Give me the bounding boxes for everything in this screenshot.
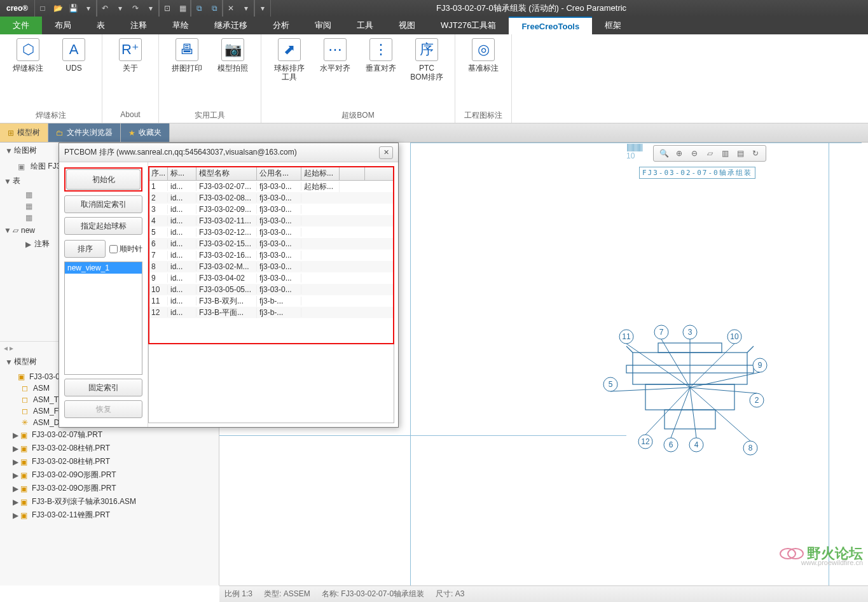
part-icon: ▣ — [20, 444, 29, 453]
svg-text:8: 8 — [748, 444, 753, 452]
table-row[interactable]: 6id...FJ3-03-02-15...fj3-03-0... — [149, 238, 394, 249]
redo-icon[interactable]: ↷ — [128, 0, 143, 17]
ribbon-icon: ⋮ — [369, 38, 392, 61]
sort-button[interactable]: 排序 — [64, 240, 106, 258]
tree-icon: ⊞ — [8, 129, 14, 137]
table-header[interactable]: 起始标... — [301, 167, 340, 180]
model-tree-item[interactable]: ▶▣FJ3-03-02-09O形圈.PRT — [4, 482, 215, 495]
model-tree-item[interactable]: ▶▣FJ3-03-02-09O形圈.PRT — [4, 468, 215, 482]
status-size: 尺寸: A3 — [436, 589, 464, 599]
status-type: 类型: ASSEM — [264, 589, 310, 599]
display-icon[interactable]: ▤ — [733, 146, 747, 160]
regen-icon[interactable]: ⊡ — [160, 0, 175, 17]
ribbon-button[interactable]: 📷模型拍照 — [214, 38, 252, 73]
close-icon[interactable]: ✕ — [223, 0, 238, 17]
table-header[interactable]: 公用名... — [257, 167, 301, 180]
ribbon-button[interactable]: 序PTCBOM排序 — [408, 38, 446, 81]
sheet-icon[interactable]: ▱ — [703, 146, 717, 160]
ribbon-tabs: 文件 布局 表 注释 草绘 继承迁移 分析 审阅 工具 视图 WJT276工具箱… — [0, 17, 868, 34]
part-icon: ✳ — [22, 418, 31, 427]
view-list[interactable]: new_view_1 — [64, 262, 142, 375]
refresh-icon[interactable]: ↻ — [748, 146, 762, 160]
tab-tools[interactable]: 工具 — [344, 17, 386, 34]
table-row[interactable]: 3id...FJ3-03-02-09...fj3-03-0... — [149, 204, 394, 215]
window-icon[interactable]: ⧉ — [191, 0, 207, 17]
tab-inherit[interactable]: 继承迁移 — [202, 17, 260, 34]
table-row[interactable]: 2id...FJ3-03-02-08...fj3-03-0... — [149, 192, 394, 204]
model-tree-item[interactable]: ▶▣FJ3-03-02-08柱销.PRT — [4, 455, 215, 468]
ribbon-button[interactable]: ⬡焊缝标注 — [9, 38, 47, 73]
ribbon-button[interactable]: AUDS — [55, 38, 93, 73]
dialog-close-button[interactable]: ✕ — [379, 146, 393, 159]
tab-table[interactable]: 表 — [84, 17, 118, 34]
table-header[interactable]: 模型名称 — [196, 167, 257, 180]
tab-frame[interactable]: 框架 — [592, 17, 634, 34]
ribbon-button[interactable]: ◎基准标注 — [464, 38, 502, 73]
zoom-fit-icon[interactable]: 🔍 — [657, 146, 671, 160]
part-icon: ◻ — [22, 384, 31, 393]
model-tree-item[interactable]: ▶▣FJ3-03-02-08柱销.PRT — [4, 442, 215, 455]
zoom-in-icon[interactable]: ⊕ — [672, 146, 686, 160]
model-tree-item[interactable]: ▶▣FJ3-03-02-07轴.PRT — [4, 428, 215, 442]
table-row[interactable]: 4id...FJ3-03-02-11...fj3-03-0... — [149, 215, 394, 227]
undo-icon[interactable]: ↶ — [97, 0, 113, 17]
cancel-fix-index-button[interactable]: 取消固定索引 — [64, 195, 142, 213]
zoom-out-icon[interactable]: ⊖ — [687, 146, 701, 160]
new-icon[interactable]: □ — [35, 0, 50, 17]
open-icon[interactable]: 📂 — [50, 0, 65, 17]
bom-table[interactable]: 序...标...模型名称公用名...起始标... 1id...FJ3-03-02… — [148, 166, 394, 423]
fix-index-button[interactable]: 固定索引 — [64, 379, 142, 396]
save-dd-icon[interactable]: ▾ — [81, 0, 96, 17]
table-row[interactable]: 9id...FJ3-03-04-02fj3-03-0... — [149, 272, 394, 284]
table-row[interactable]: 8id...FJ3-03-02-M...fj3-03-0... — [149, 261, 394, 272]
clockwise-checkbox[interactable]: 顺时针 — [109, 244, 142, 255]
table-row[interactable]: 7id...FJ3-03-02-16...fj3-03-0... — [149, 249, 394, 261]
tab-view[interactable]: 视图 — [386, 17, 428, 34]
tab-file[interactable]: 文件 — [0, 17, 42, 34]
svg-text:4: 4 — [694, 440, 699, 449]
table-header[interactable]: 标... — [168, 167, 196, 180]
table-header[interactable] — [340, 167, 365, 180]
model-tree-item[interactable]: ▶▣FJ3-B-双列滚子轴承3016.ASM — [4, 495, 215, 508]
tab-annotate[interactable]: 注释 — [118, 17, 160, 34]
table-icon: ▦ — [25, 202, 36, 211]
favorites-tab[interactable]: ★收藏夹 — [121, 123, 170, 142]
close-window-icon[interactable]: ⧉ — [207, 0, 222, 17]
drawing-label: FJ3-03-02-07-0轴承组装 — [639, 167, 755, 179]
init-button[interactable]: 初始化 — [66, 169, 141, 190]
table-row[interactable]: 10id...FJ3-03-05-05...fj3-03-0... — [149, 284, 394, 295]
restore-button[interactable]: 恢复 — [64, 400, 142, 418]
model-tree-tab[interactable]: ⊞模型树 — [0, 123, 48, 142]
dialog-title: PTCBOM 排序 (www.sanreal.cn,qq:545643037,v… — [64, 147, 379, 158]
ribbon-button[interactable]: ⬈球标排序工具 — [270, 38, 308, 81]
part-icon: ▣ — [20, 511, 29, 520]
tab-review[interactable]: 审阅 — [302, 17, 344, 34]
table-icon: ▦ — [25, 213, 36, 222]
tab-wjt[interactable]: WJT276工具箱 — [428, 17, 509, 34]
svg-text:5: 5 — [609, 380, 613, 389]
view-list-item[interactable]: new_view_1 — [65, 262, 142, 274]
table-row[interactable]: 5id...FJ3-03-02-12...fj3-03-0... — [149, 227, 394, 238]
ribbon-button[interactable]: ⋯水平对齐 — [316, 38, 354, 73]
save-icon[interactable]: 💾 — [65, 0, 81, 17]
asm-icon: ▣ — [18, 372, 27, 381]
table-row[interactable]: 1id...FJ3-03-02-07...fj3-03-0...起始标... — [149, 181, 394, 192]
ribbon-button[interactable]: R⁺关于 — [111, 38, 149, 73]
tab-freecreotools[interactable]: FreeCreoTools — [509, 17, 592, 34]
tab-layout[interactable]: 布局 — [42, 17, 84, 34]
folder-browser-tab[interactable]: 🗀文件夹浏览器 — [48, 123, 121, 142]
select-icon[interactable]: ▦ — [175, 0, 190, 17]
ribbon-button[interactable]: ⋮垂直对齐 — [362, 38, 400, 73]
svg-line-5 — [747, 346, 754, 353]
dialog-titlebar[interactable]: PTCBOM 排序 (www.sanreal.cn,qq:545643037,v… — [59, 143, 398, 162]
tab-sketch[interactable]: 草绘 — [160, 17, 202, 34]
model-tree-item[interactable]: ▶▣FJ3-03-02-11锉圈.PRT — [4, 508, 215, 522]
table-row[interactable]: 11id...FJ3-B-双列...fj3-b-... — [149, 295, 394, 307]
table-row[interactable]: 12id...FJ3-B-平面...fj3-b-... — [149, 307, 394, 318]
ribbon-button[interactable]: 🖶拼图打印 — [168, 38, 206, 73]
more-icon[interactable]: ▾ — [255, 0, 270, 17]
set-start-balloon-button[interactable]: 指定起始球标 — [64, 217, 142, 235]
layer-icon[interactable]: ▥ — [718, 146, 732, 160]
tab-analysis[interactable]: 分析 — [260, 17, 302, 34]
table-header[interactable]: 序... — [149, 167, 168, 180]
